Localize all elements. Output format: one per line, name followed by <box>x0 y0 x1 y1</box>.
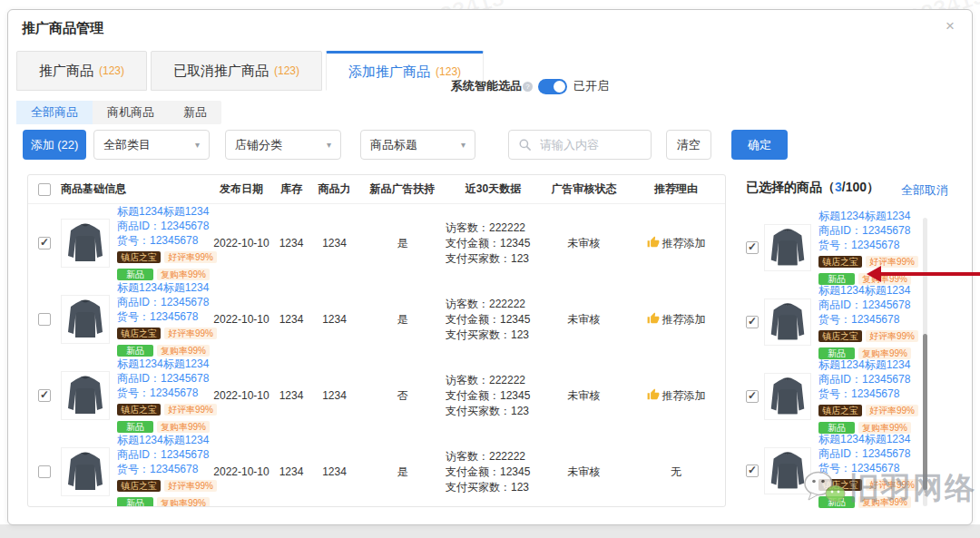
product-image <box>764 224 811 271</box>
tab-label: 已取消推广商品 <box>173 63 269 80</box>
product-sku: 货号：12345678 <box>818 238 918 252</box>
product-sku: 货号：12345678 <box>818 312 918 327</box>
badge-repurchase: 复购率99% <box>157 497 210 507</box>
product-image <box>764 447 811 494</box>
badge-store-treasure: 镇店之宝 <box>818 330 862 342</box>
page-background-strip <box>0 524 980 538</box>
help-icon[interactable]: ? <box>523 82 533 92</box>
badge-new-product: 新品 <box>818 496 855 508</box>
sub-tabs: 全部商品 商机商品 新品 <box>16 101 221 124</box>
col-stock: 库存 <box>273 181 309 197</box>
item-checkbox[interactable] <box>746 465 759 477</box>
recommend-reason: 推荐添加 <box>627 236 725 251</box>
col-product-power: 商品力 <box>309 181 359 197</box>
product-title[interactable]: 标题1234标题1234 <box>818 283 918 298</box>
subtab-opportunity-products[interactable]: 商机商品 <box>93 101 169 124</box>
search-input[interactable] <box>538 137 642 152</box>
product-id: 商品ID：12345678 <box>117 447 217 462</box>
scrollbar-track[interactable] <box>923 218 927 506</box>
table-row: 标题1234标题1234 商品ID：12345678 货号：12345678 镇… <box>28 280 725 357</box>
annotation-arrow-line <box>879 272 980 276</box>
chevron-down-icon: ▾ <box>195 140 200 150</box>
title-dropdown[interactable]: 商品标题 ▾ <box>360 130 475 160</box>
stock-value: 1234 <box>273 237 309 249</box>
recommend-reason: 推荐添加 <box>627 388 725 404</box>
col-publish-date: 发布日期 <box>210 181 273 197</box>
product-title[interactable]: 标题1234标题1234 <box>117 204 217 219</box>
item-checkbox[interactable] <box>746 316 759 328</box>
shop-category-dropdown[interactable]: 店铺分类 ▾ <box>225 130 341 160</box>
scrollbar-thumb[interactable] <box>923 334 927 490</box>
data-30d: 访客数：222222支付金额：12345支付买家数：123 <box>446 297 541 343</box>
col-recommend-reason: 推荐理由 <box>627 181 725 197</box>
selected-count: 3 <box>835 180 842 194</box>
table-row: 标题1234标题1234 商品ID：12345678 货号：12345678 镇… <box>28 357 725 433</box>
subtab-new-products[interactable]: 新品 <box>169 101 221 124</box>
category-dropdown[interactable]: 全部类目 ▾ <box>93 130 210 160</box>
row-checkbox[interactable] <box>38 389 51 402</box>
row-checkbox[interactable] <box>38 465 51 478</box>
product-sku: 货号：12345678 <box>117 386 217 400</box>
product-title[interactable]: 标题1234标题1234 <box>117 433 217 447</box>
product-title[interactable]: 标题1234标题1234 <box>117 357 217 371</box>
add-button[interactable]: 添加 (22) <box>23 130 86 160</box>
row-checkbox[interactable] <box>38 313 51 326</box>
list-item: 标题1234标题1234 商品ID：12345678 货号：12345678 镇… <box>746 359 927 434</box>
product-image <box>764 373 811 420</box>
search-box <box>508 130 652 160</box>
badge-new-product: 新品 <box>117 421 153 433</box>
recommend-reason: 无 <box>627 465 725 480</box>
product-sku: 货号：12345678 <box>117 462 217 476</box>
product-title[interactable]: 标题1234标题1234 <box>818 357 918 372</box>
data-30d: 访客数：222222支付金额：12345支付买家数：123 <box>446 220 541 267</box>
power-value: 1234 <box>309 389 359 402</box>
badge-rating: 好评率99% <box>164 328 217 339</box>
thumbs-up-icon <box>647 236 660 251</box>
publish-date: 2022-10-10 <box>210 389 273 402</box>
stock-value: 1234 <box>273 389 309 402</box>
select-all-checkbox[interactable] <box>38 183 51 196</box>
product-id: 商品ID：12345678 <box>818 223 918 238</box>
item-checkbox[interactable] <box>746 241 759 254</box>
col-new-ad-support: 新品广告扶持 <box>359 181 446 197</box>
badge-rating: 好评率99% <box>164 404 217 416</box>
product-title[interactable]: 标题1234标题1234 <box>117 280 217 295</box>
badge-repurchase: 复购率99% <box>157 269 210 280</box>
publish-date: 2022-10-10 <box>210 313 273 326</box>
badge-rating: 好评率99% <box>164 480 217 492</box>
products-table: 商品基础信息 发布日期 库存 商品力 新品广告扶持 近30天数据 广告审核状态 … <box>27 174 726 507</box>
tab-cancelled-products[interactable]: 已取消推广商品 (123) <box>151 51 322 91</box>
cancel-all-link[interactable]: 全部取消 <box>901 182 948 199</box>
product-title[interactable]: 标题1234标题1234 <box>818 209 918 223</box>
subtab-all-products[interactable]: 全部商品 <box>16 101 93 124</box>
product-id: 商品ID：12345678 <box>818 298 918 312</box>
tab-promoted-products[interactable]: 推广商品 (123) <box>16 51 147 91</box>
audit-status: 未审核 <box>541 388 627 404</box>
recommend-reason: 推荐添加 <box>627 312 725 328</box>
badge-new-product: 新品 <box>117 497 153 507</box>
close-icon[interactable]: × <box>946 18 955 34</box>
badge-repurchase: 复购率99% <box>157 345 210 357</box>
product-image <box>61 371 110 420</box>
item-checkbox[interactable] <box>746 390 759 403</box>
audit-status: 未审核 <box>541 236 627 251</box>
selected-items-list: 标题1234标题1234 商品ID：12345678 货号：12345678 镇… <box>746 210 927 508</box>
row-checkbox[interactable] <box>38 237 51 249</box>
product-id: 商品ID：12345678 <box>117 295 217 309</box>
product-image <box>61 219 110 268</box>
search-icon <box>518 138 532 152</box>
product-sku: 货号：12345678 <box>818 386 918 401</box>
smart-pick-toggle[interactable] <box>538 79 567 94</box>
clear-button[interactable]: 清空 <box>666 130 711 160</box>
badge-repurchase: 复购率99% <box>858 496 911 508</box>
power-value: 1234 <box>309 465 359 478</box>
product-title[interactable]: 标题1234标题1234 <box>818 432 918 446</box>
audit-status: 未审核 <box>541 465 627 480</box>
product-sku: 货号：12345678 <box>117 233 217 248</box>
stock-value: 1234 <box>273 465 309 478</box>
confirm-button[interactable]: 确定 <box>731 130 788 160</box>
tab-count: (123) <box>436 65 461 78</box>
tab-count: (123) <box>274 64 299 77</box>
smart-pick-label: 系统智能选品 <box>451 78 522 94</box>
thumbs-up-icon <box>647 312 660 328</box>
